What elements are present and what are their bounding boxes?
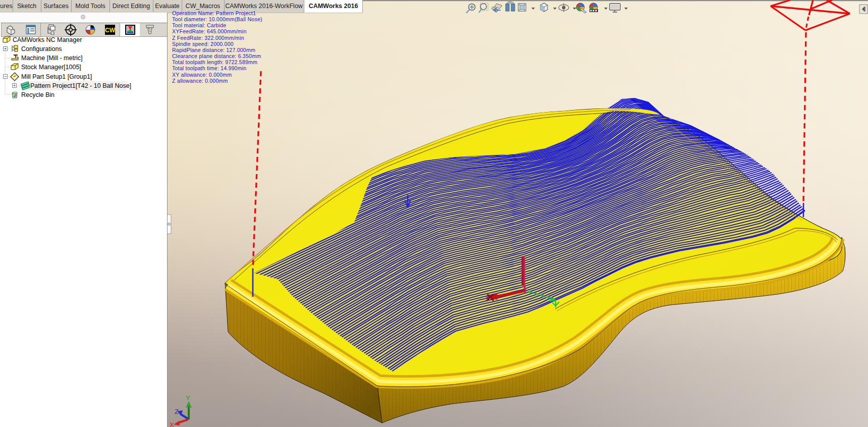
svg-text:Z: Z [175, 408, 179, 415]
svg-text:Y: Y [186, 394, 190, 402]
svg-text:X: X [170, 421, 174, 427]
svg-text:CW: CW [105, 27, 116, 34]
